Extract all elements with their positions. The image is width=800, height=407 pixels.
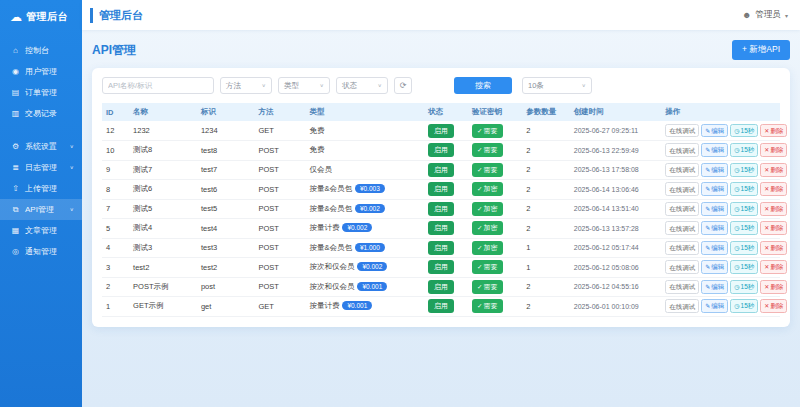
cell-actions: 在线调试 ✎编辑 ◷15秒 ✕删除 xyxy=(661,258,780,278)
debug-button[interactable]: 在线调试 xyxy=(665,182,699,196)
edit-button[interactable]: ✎编辑 xyxy=(701,182,728,196)
debug-button[interactable]: 在线调试 xyxy=(665,143,699,157)
edit-button[interactable]: ✎编辑 xyxy=(701,124,728,138)
table-row: 1 GET示例 get GET 按量计费¥0.001 启用 xyxy=(102,297,780,317)
type-label: 仅会员 xyxy=(309,165,332,174)
cell-slug: 1234 xyxy=(197,121,255,141)
delete-icon: ✕ xyxy=(764,206,769,212)
cache-label: 15秒 xyxy=(741,244,755,251)
delete-button[interactable]: ✕删除 xyxy=(760,163,787,177)
refresh-button[interactable]: ⟳ xyxy=(394,77,412,94)
edit-button[interactable]: ✎编辑 xyxy=(701,241,728,255)
cell-type: 免费 xyxy=(305,121,424,141)
cell-id: 12 xyxy=(102,121,129,141)
search-input[interactable] xyxy=(102,77,214,94)
table-row: 8 测试6 test6 POST 按量&会员包¥0.003 启用 xyxy=(102,180,780,200)
delete-button[interactable]: ✕删除 xyxy=(760,221,787,235)
page-content: API管理 + 新增API 方法 ∨ 类型 ∨ 状态 ∨ xyxy=(82,30,800,327)
edit-button[interactable]: ✎编辑 xyxy=(701,143,728,157)
debug-button[interactable]: 在线调试 xyxy=(665,202,699,216)
sidebar-item[interactable]: ⧉ API管理 ∨ xyxy=(0,199,82,220)
debug-button[interactable]: 在线调试 xyxy=(665,124,699,138)
search-button[interactable]: 搜索 xyxy=(454,77,512,94)
cache-button[interactable]: ◷15秒 xyxy=(730,299,758,313)
cache-button[interactable]: ◷15秒 xyxy=(730,221,758,235)
cell-actions: 在线调试 ✎编辑 ◷15秒 ✕删除 xyxy=(661,297,780,317)
cell-name: 测试3 xyxy=(129,238,197,258)
delete-icon: ✕ xyxy=(764,147,769,153)
cell-id: 10 xyxy=(102,141,129,161)
debug-button[interactable]: 在线调试 xyxy=(665,241,699,255)
cache-button[interactable]: ◷15秒 xyxy=(730,182,758,196)
edit-icon: ✎ xyxy=(705,284,710,290)
sidebar-item[interactable]: ▦ 文章管理 ∨ xyxy=(0,220,82,241)
debug-button[interactable]: 在线调试 xyxy=(665,260,699,274)
cell-actions: 在线调试 ✎编辑 ◷15秒 ✕删除 xyxy=(661,160,780,180)
cell-status: 启用 xyxy=(424,297,468,317)
edit-icon: ✎ xyxy=(705,186,710,192)
edit-icon: ✎ xyxy=(705,206,710,212)
sidebar-item[interactable]: ◉ 用户管理 ∨ xyxy=(0,61,82,82)
debug-button[interactable]: 在线调试 xyxy=(665,299,699,313)
delete-button[interactable]: ✕删除 xyxy=(760,299,787,313)
user-menu[interactable]: ☻ 管理员 ▾ xyxy=(742,9,788,21)
cell-created-time: 2025-06-14 13:06:46 xyxy=(570,180,662,200)
edit-button[interactable]: ✎编辑 xyxy=(701,280,728,294)
cell-method: POST xyxy=(255,219,306,239)
cache-button[interactable]: ◷15秒 xyxy=(730,260,758,274)
status-select[interactable]: 状态 ∨ xyxy=(336,77,388,94)
method-select[interactable]: 方法 ∨ xyxy=(220,77,272,94)
cache-button[interactable]: ◷15秒 xyxy=(730,143,758,157)
price-badge: ¥0.003 xyxy=(355,184,385,193)
sidebar-item[interactable]: ▥ 交易记录 ∨ xyxy=(0,103,82,124)
delete-button[interactable]: ✕删除 xyxy=(760,280,787,294)
delete-button[interactable]: ✕删除 xyxy=(760,143,787,157)
cell-verify: ✓需要 xyxy=(468,297,522,317)
delete-button[interactable]: ✕删除 xyxy=(760,241,787,255)
edit-button[interactable]: ✎编辑 xyxy=(701,202,728,216)
edit-label: 编辑 xyxy=(711,263,724,270)
delete-button[interactable]: ✕删除 xyxy=(760,182,787,196)
cache-button[interactable]: ◷15秒 xyxy=(730,163,758,177)
sidebar-item-icon: ≣ xyxy=(11,163,20,172)
sidebar-item-icon: ◉ xyxy=(11,67,20,76)
sidebar-item-icon: ⚙ xyxy=(11,142,20,151)
chevron-down-icon: ∨ xyxy=(70,207,74,213)
chevron-down-icon: ∨ xyxy=(262,83,266,89)
cell-method: POST xyxy=(255,277,306,297)
cache-button[interactable]: ◷15秒 xyxy=(730,202,758,216)
delete-button[interactable]: ✕删除 xyxy=(760,260,787,274)
sidebar-item-label: 文章管理 xyxy=(25,225,76,236)
sidebar-item[interactable]: ≣ 日志管理 ∨ xyxy=(0,157,82,178)
edit-button[interactable]: ✎编辑 xyxy=(701,163,728,177)
table-row: 2 POST示例 post POST 按次和仅会员¥0.001 启用 xyxy=(102,277,780,297)
header-name: 名称 xyxy=(129,103,197,121)
debug-button[interactable]: 在线调试 xyxy=(665,221,699,235)
edit-button[interactable]: ✎编辑 xyxy=(701,221,728,235)
sidebar-item[interactable]: ⚙ 系统设置 ∨ xyxy=(0,136,82,157)
user-name: 管理员 xyxy=(755,9,781,21)
sidebar-item[interactable]: ◎ 通知管理 ∨ xyxy=(0,241,82,262)
add-api-button[interactable]: + 新增API xyxy=(732,40,790,60)
debug-button[interactable]: 在线调试 xyxy=(665,280,699,294)
delete-button[interactable]: ✕删除 xyxy=(760,202,787,216)
delete-button[interactable]: ✕删除 xyxy=(760,124,787,138)
edit-button[interactable]: ✎编辑 xyxy=(701,260,728,274)
debug-button[interactable]: 在线调试 xyxy=(665,163,699,177)
cell-params: 2 xyxy=(522,121,569,141)
type-select[interactable]: 类型 ∨ xyxy=(278,77,330,94)
cell-status: 启用 xyxy=(424,160,468,180)
cache-button[interactable]: ◷15秒 xyxy=(730,241,758,255)
cache-button[interactable]: ◷15秒 xyxy=(730,124,758,138)
edit-button[interactable]: ✎编辑 xyxy=(701,299,728,313)
delete-label: 删除 xyxy=(770,166,783,173)
verify-badge: ✓需要 xyxy=(472,260,502,274)
cache-button[interactable]: ◷15秒 xyxy=(730,280,758,294)
sidebar-item[interactable]: ⌂ 控制台 ∨ xyxy=(0,40,82,61)
edit-label: 编辑 xyxy=(711,127,724,134)
sidebar-item-icon: ⧉ xyxy=(11,205,20,215)
sidebar-item[interactable]: ▤ 订单管理 ∨ xyxy=(0,82,82,103)
page-size-select[interactable]: 10条 ∨ xyxy=(522,77,592,94)
edit-label: 编辑 xyxy=(711,244,724,251)
sidebar-item[interactable]: ⇧ 上传管理 ∨ xyxy=(0,178,82,199)
